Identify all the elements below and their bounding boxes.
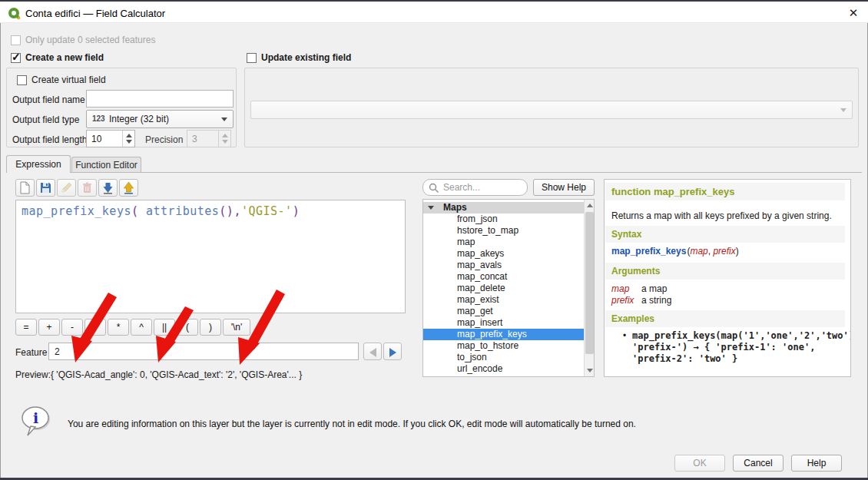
operator-label: - xyxy=(71,322,74,333)
create-new-field-label: Create a new field xyxy=(25,52,104,63)
function-item[interactable]: map_to_hstore xyxy=(423,340,585,352)
ok-button: OK xyxy=(674,455,725,472)
operator-equals-button[interactable]: = xyxy=(15,319,37,336)
help-arguments-heading: Arguments xyxy=(605,263,845,280)
feature-value: 2 xyxy=(55,346,60,357)
function-item[interactable]: map xyxy=(423,237,585,248)
operator-plus-button[interactable]: + xyxy=(38,319,60,336)
edit-mode-warning-text: You are editing information on this laye… xyxy=(68,419,636,429)
function-item[interactable]: map_exist xyxy=(423,294,585,306)
only-update-label: Only update 0 selected features xyxy=(25,35,155,45)
expression-code: map_prefix_keys( attributes(),'QGIS-') xyxy=(22,204,300,218)
output-field-type-label: Output field type xyxy=(12,114,79,125)
scrollbar-thumb[interactable] xyxy=(585,212,594,354)
syntax-arg-map: map xyxy=(690,246,707,257)
output-field-type-value: Integer (32 bit) xyxy=(109,114,169,124)
scroll-up-icon[interactable] xyxy=(587,204,593,207)
save-expression-button[interactable] xyxy=(36,179,55,197)
function-item-selected[interactable]: map_prefix_keys xyxy=(423,329,585,340)
expression-editor[interactable]: map_prefix_keys( attributes(),'QGIS-') xyxy=(15,200,406,313)
next-feature-button[interactable] xyxy=(383,343,402,360)
help-example-text: map_prefix_keys(map('1','one','2','two')… xyxy=(632,330,838,365)
operator-minus-button[interactable]: - xyxy=(61,319,83,336)
operator-power-button[interactable]: ^ xyxy=(131,319,152,336)
function-item-label: map_delete xyxy=(457,283,505,294)
export-expression-button[interactable] xyxy=(119,179,138,197)
length-spin-buttons[interactable] xyxy=(122,131,134,147)
function-item[interactable]: url_encode xyxy=(423,363,585,375)
update-existing-field-checkbox[interactable]: Update existing field xyxy=(247,52,351,65)
operator-divide-button[interactable]: / xyxy=(84,319,106,336)
code-string: 'QGIS-' xyxy=(241,204,293,218)
only-update-checkbox-box[interactable] xyxy=(11,35,21,45)
only-update-checkbox[interactable]: Only update 0 selected features xyxy=(11,35,155,48)
spin-down-icon[interactable] xyxy=(126,140,132,144)
close-button[interactable]: ✕ xyxy=(842,5,865,22)
search-input[interactable] xyxy=(443,182,520,193)
create-new-field-checkbox[interactable]: ✓Create a new field xyxy=(11,52,104,65)
code-function: map_prefix_keys xyxy=(22,204,131,218)
show-help-button[interactable]: Show Help xyxy=(533,179,595,196)
function-item-label: url_encode xyxy=(457,363,502,375)
cancel-button[interactable]: Cancel xyxy=(733,455,784,472)
checkmark-icon: ✓ xyxy=(12,51,21,63)
group-label: Maps xyxy=(443,202,467,214)
output-field-name-input[interactable] xyxy=(86,90,234,108)
output-field-length-spinbox[interactable]: 10 xyxy=(86,130,135,147)
function-item-label: map_to_hstore xyxy=(457,340,518,352)
function-item[interactable]: from_json xyxy=(423,214,585,225)
function-item[interactable]: map_delete xyxy=(423,283,585,294)
new-file-icon xyxy=(18,181,31,194)
create-new-field-checkbox-box[interactable]: ✓ xyxy=(11,53,21,63)
operator-label: + xyxy=(46,322,51,333)
function-item-label: map_prefix_keys xyxy=(457,329,527,340)
function-item[interactable]: hstore_to_map xyxy=(423,225,585,237)
tab-expression[interactable]: Expression xyxy=(6,155,71,173)
close-icon: ✕ xyxy=(849,6,859,19)
previous-arrow-icon xyxy=(369,348,376,357)
code-function: attributes xyxy=(146,204,219,218)
operator-label: * xyxy=(117,322,121,333)
new-expression-button[interactable] xyxy=(15,179,35,197)
search-box[interactable] xyxy=(422,179,528,196)
function-list[interactable]: Maps from_json hstore_to_map map map_ake… xyxy=(422,199,595,377)
function-list-scrollbar[interactable] xyxy=(584,200,594,376)
precision-label: Precision xyxy=(145,134,183,145)
precision-value: 3 xyxy=(192,134,197,144)
feature-combo[interactable]: 2 xyxy=(48,343,359,360)
function-item[interactable]: map_avals xyxy=(423,260,585,271)
output-field-type-combo[interactable]: 123 Integer (32 bit) xyxy=(86,110,234,128)
search-icon xyxy=(429,183,439,194)
function-item[interactable]: map_get xyxy=(423,306,585,317)
function-item[interactable]: map_insert xyxy=(423,317,585,329)
help-button[interactable]: Help xyxy=(791,455,842,472)
ok-label: OK xyxy=(693,458,706,468)
function-item[interactable]: map_akeys xyxy=(423,248,585,260)
function-item[interactable]: map_concat xyxy=(423,271,585,283)
operator-newline-button[interactable]: '\n' xyxy=(223,319,250,336)
argument-desc: a string xyxy=(641,295,671,306)
operator-label: ^ xyxy=(139,322,144,333)
create-virtual-field-checkbox-box[interactable] xyxy=(17,75,27,85)
import-expression-button[interactable] xyxy=(98,179,118,197)
function-item-label: map_exist xyxy=(457,294,499,306)
operator-label: || xyxy=(162,322,167,333)
function-item-label: hstore_to_map xyxy=(457,225,518,237)
existing-field-combo xyxy=(250,101,853,119)
operator-close-paren-button[interactable]: ) xyxy=(200,319,221,336)
spin-up-icon[interactable] xyxy=(126,134,132,137)
bullet-icon: • xyxy=(623,330,626,341)
operator-open-paren-button[interactable]: ( xyxy=(177,319,198,336)
create-virtual-field-checkbox[interactable]: Create virtual field xyxy=(17,74,106,88)
operator-concat-button[interactable]: || xyxy=(154,319,175,336)
chevron-down-icon[interactable] xyxy=(428,206,434,210)
help-label: Help xyxy=(807,458,827,468)
function-item[interactable]: to_json xyxy=(423,352,585,363)
tab-function-editor[interactable]: Function Editor xyxy=(71,157,141,173)
svg-text:i: i xyxy=(33,409,38,426)
scroll-down-icon[interactable] xyxy=(587,369,593,372)
syntax-function-name: map_prefix_keys xyxy=(611,246,686,257)
function-group-maps[interactable]: Maps xyxy=(423,202,585,214)
update-existing-field-checkbox-box[interactable] xyxy=(247,53,257,63)
operator-multiply-button[interactable]: * xyxy=(108,319,129,336)
